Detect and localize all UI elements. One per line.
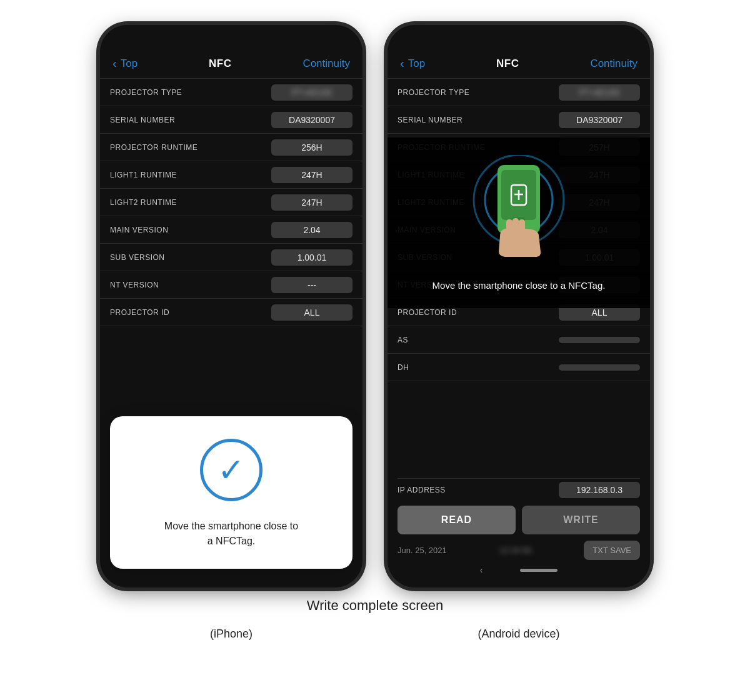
android-frame: ‹ Top NFC Continuity PROJECTOR TYPE PT-A…: [388, 25, 650, 588]
android-row-label: SERIAL NUMBER: [398, 116, 559, 124]
iphone-row-label: PROJECTOR TYPE: [110, 88, 271, 97]
iphone-table-row: SERIAL NUMBER DA9320007: [100, 106, 362, 134]
iphone-nfc-overlay: ✓ Move the smartphone close to a NFCTag.: [110, 416, 352, 569]
iphone-row-value: 256H: [271, 139, 352, 156]
iphone-table-row: SUB VERSION 1.00.01: [100, 244, 362, 271]
iphone-nav: ‹ Top NFC Continuity: [100, 52, 362, 79]
android-table-row: DH: [388, 354, 650, 381]
iphone-row-label: NT VERSION: [110, 281, 271, 289]
android-ip-row: IP ADDRESS 192.168.0.3: [398, 478, 640, 506]
android-nav: ‹ Top NFC Continuity: [388, 52, 650, 79]
android-modal-text: Move the smartphone close to a NFCTag.: [432, 279, 606, 293]
iphone-table-row: PROJECTOR TYPE PT-AE100: [100, 79, 362, 106]
iphone-row-label: SUB VERSION: [110, 253, 271, 262]
iphone-row-label: LIGHT2 RUNTIME: [110, 198, 271, 207]
android-table-row: SERIAL NUMBER DA9320007: [388, 106, 650, 134]
android-bottom-section: IP ADDRESS 192.168.0.3 READ WRITE Jun. 2…: [388, 472, 650, 588]
check-circle: ✓: [200, 439, 262, 501]
iphone-row-label: PROJECTOR ID: [110, 308, 271, 317]
android-home-indicator[interactable]: [520, 569, 558, 572]
android-table-row: AS: [388, 326, 650, 354]
iphone-row-value: 1.00.01: [271, 249, 352, 266]
iphone-row-label: MAIN VERSION: [110, 226, 271, 234]
android-ip-value: 192.168.0.3: [559, 482, 640, 498]
android-footer-date: Jun. 25, 2021: [398, 546, 447, 555]
iphone-row-value: ---: [271, 277, 352, 293]
iphone-nav-continuity[interactable]: Continuity: [302, 58, 350, 70]
android-row-label: PROJECTOR ID: [398, 308, 559, 317]
android-status-bar: [388, 25, 650, 52]
android-back-button[interactable]: ‹ Top: [400, 56, 425, 71]
iphone-caption: (iPhone): [100, 628, 362, 641]
phones-row: ‹ Top NFC Continuity PROJECTOR TYPE PT-A…: [100, 25, 650, 588]
android-back-chevron-icon: ‹: [400, 56, 404, 71]
iphone-back-button[interactable]: ‹ Top: [112, 56, 138, 71]
iphone-row-value: ALL: [271, 304, 352, 321]
iphone-table-row: PROJECTOR ID ALL: [100, 299, 362, 326]
android-row-label: AS: [398, 336, 559, 344]
android-caption: (Android device): [388, 628, 650, 641]
iphone-row-value: PT-AE100: [271, 84, 352, 101]
android-row-label: DH: [398, 363, 559, 372]
iphone-back-chevron-icon: ‹: [112, 56, 117, 71]
iphone-overlay-text: Move the smartphone close to a NFCTag.: [164, 519, 298, 549]
android-home-indicator-row: ‹: [398, 560, 640, 578]
iphone-row-value: 2.04: [271, 222, 352, 238]
iphone-row-label: PROJECTOR RUNTIME: [110, 143, 271, 152]
android-row-value: DA9320007: [559, 112, 640, 128]
android-row-value: PT-AE100: [559, 84, 640, 101]
iphone-table-row: PROJECTOR RUNTIME 256H: [100, 134, 362, 161]
android-write-button[interactable]: WRITE: [522, 506, 640, 534]
android-table-row: PROJECTOR TYPE PT-AE100: [388, 79, 650, 106]
android-nfc-modal: Move the smartphone close to a NFCTag.: [388, 138, 650, 308]
iphone-row-value: DA9320007: [271, 112, 352, 128]
android-txtsave-button[interactable]: TXT SAVE: [584, 541, 640, 560]
android-nav-continuity[interactable]: Continuity: [590, 58, 638, 70]
iphone-table-row: NT VERSION ---: [100, 271, 362, 299]
android-btn-row: READ WRITE: [398, 506, 640, 534]
checkmark-icon: ✓: [218, 454, 245, 486]
iphone-row-value: 247H: [271, 167, 352, 183]
android-row-value: [559, 364, 640, 371]
android-home-arrow-icon[interactable]: ‹: [480, 565, 483, 575]
android-row-value: [559, 337, 640, 343]
android-row-label: PROJECTOR TYPE: [398, 88, 559, 97]
android-read-button[interactable]: READ: [398, 506, 516, 534]
iphone-table-row: LIGHT1 RUNTIME 247H: [100, 161, 362, 189]
android-nav-back-label: Top: [408, 58, 425, 70]
iphone-table-row: LIGHT2 RUNTIME 247H: [100, 189, 362, 216]
android-footer-row: Jun. 25, 2021 12:34:56 TXT SAVE: [398, 541, 640, 560]
iphone-nav-back-label: Top: [121, 58, 138, 70]
iphone-row-label: SERIAL NUMBER: [110, 116, 271, 124]
android-nav-title: NFC: [496, 58, 519, 70]
main-caption: Write complete screen: [307, 598, 443, 614]
iphone-table-row: MAIN VERSION 2.04: [100, 216, 362, 244]
iphone-row-label: LIGHT1 RUNTIME: [110, 171, 271, 179]
iphone-frame: ‹ Top NFC Continuity PROJECTOR TYPE PT-A…: [100, 25, 362, 588]
iphone-row-value: 247H: [271, 194, 352, 211]
iphone-nav-title: NFC: [209, 58, 231, 70]
nfc-illustration: [469, 155, 569, 268]
android-footer-time: 12:34:56: [499, 546, 531, 555]
caption-row: (iPhone) (Android device): [0, 628, 750, 641]
iphone-status-bar: [100, 25, 362, 52]
android-ip-label: IP ADDRESS: [398, 486, 559, 494]
